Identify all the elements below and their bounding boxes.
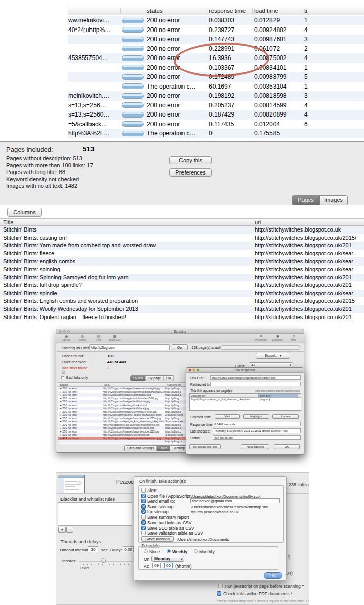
run-js-checkbox[interactable] [218, 584, 223, 588]
window-titlebar[interactable]: Link Inspector [186, 368, 304, 373]
toolbar-button[interactable]: ▦ Export CSV [107, 334, 123, 341]
link-url-field[interactable]: http://p2tog.com/images/spintoknitselect… [210, 375, 301, 380]
column-header-title[interactable]: Title [3, 219, 13, 225]
ftp-sitemap-checkbox[interactable] [141, 509, 146, 514]
validation-csv-checkbox[interactable] [141, 531, 146, 535]
column-header-load-time[interactable]: load time [254, 8, 278, 14]
column-header-response-time[interactable]: response time [209, 8, 246, 14]
timeout-input[interactable]: 30 [88, 546, 98, 552]
threads-slider-track[interactable] [79, 561, 133, 562]
appears-row[interactable]: http://p2tog.com/spin_to_knit_shannon_ok… [190, 398, 301, 401]
column-header-link-text[interactable]: Link text [258, 394, 297, 397]
view-tab[interactable]: By page [146, 376, 164, 381]
table-row[interactable]: The operation c… 60.1697 0.00353104 1 [68, 82, 364, 92]
bad-links-csv-checkbox[interactable] [141, 520, 146, 525]
close-icon[interactable] [189, 369, 191, 371]
threads-slider-thumb[interactable] [101, 558, 106, 563]
table-row[interactable]: Stitchin' Bints: spinning http://stitchy… [0, 266, 364, 274]
save-location-button[interactable]: Save location [141, 536, 174, 542]
redirected-field[interactable] [210, 382, 301, 386]
email-input[interactable] [190, 498, 280, 503]
table-row[interactable]: Stitchin' Bints: Yarn made from combed t… [0, 242, 364, 250]
table-row[interactable]: Stitchin' Bints: fleece http://stitchywi… [0, 250, 364, 258]
close-icon[interactable] [59, 330, 62, 333]
table-row[interactable]: Stitchin' Bints http://stitchywitches.bl… [0, 226, 364, 234]
remove-rule-button[interactable]: − [66, 527, 73, 533]
blacklist-rules-label: Blacklist and whitelist rules [60, 497, 115, 502]
minimize-icon[interactable] [63, 330, 66, 333]
copy-this-button[interactable]: Copy this [169, 156, 212, 164]
table-row[interactable]: Stitchin' Bints: Spinning Samoyed dog fu… [0, 274, 364, 282]
schedule-none-radio[interactable] [144, 549, 148, 553]
table-row[interactable]: Stitchin' Bints: Woolly Wednesday for Se… [0, 305, 364, 313]
locate-button[interactable]: Locate [272, 414, 299, 419]
zoom-icon[interactable] [67, 330, 70, 333]
tab-pages[interactable]: Pages [292, 196, 320, 205]
column-header-url[interactable]: URL [104, 383, 110, 386]
send-email-checkbox[interactable] [141, 499, 146, 503]
column-header-status[interactable]: Status [60, 383, 68, 386]
info-icon[interactable]: i [62, 371, 65, 374]
table-row[interactable]: http%3A%2F… The operation c… 0 0.175585 [68, 129, 364, 138]
column-header-tr[interactable]: tr [304, 8, 308, 14]
table-row[interactable]: s=13;s=2560… 200 no error 0.187429 0.008… [68, 110, 364, 120]
table-row[interactable]: Stitchin' Bints: spindle http://stitchyw… [0, 290, 364, 298]
hour-input[interactable]: 09 [152, 563, 161, 568]
add-rule-button[interactable]: + [58, 527, 66, 533]
next-bad-link-button[interactable]: Next bad link [241, 444, 269, 449]
ok-button[interactable]: OK [274, 444, 300, 449]
view-tab[interactable]: By link [131, 376, 146, 381]
recheck-link-button[interactable]: Re-check this link [189, 444, 221, 449]
table-row[interactable]: Stitchin' Bints: English combs and worst… [0, 297, 364, 305]
toolbar-button[interactable]: ✱ Customise [270, 334, 285, 341]
seo-csv-checkbox[interactable] [141, 526, 146, 530]
table-row[interactable]: ww.melnikovi… 200 no error 0.038303 0.01… [68, 16, 364, 25]
toolbar-button[interactable]: ⊕ Add site [58, 334, 74, 341]
schedule-monthly-radio[interactable] [194, 549, 198, 553]
table-row[interactable]: =5&callback… 200 no error 0.117435 0.012… [68, 120, 364, 129]
alert-checkbox[interactable] [141, 488, 146, 493]
view-tab[interactable]: Fla [164, 376, 174, 381]
highlight-button[interactable]: Highlight [243, 414, 269, 419]
toolbar-button[interactable]: ▤ Print [91, 334, 106, 341]
tab-images[interactable]: Images [320, 196, 347, 205]
window-titlebar[interactable]: Scrutiny [56, 329, 304, 334]
site-thumbnail[interactable] [58, 475, 85, 494]
toolbar-button[interactable]: ≡ Preferences [254, 334, 269, 341]
open-file-checkbox[interactable] [141, 494, 146, 498]
table-row[interactable]: Stitchin' Bints: full drop spindle? http… [0, 281, 364, 290]
table-row[interactable]: melnikovitch.… 200 no error 0.198192 0.0… [68, 91, 364, 101]
preferences-button[interactable]: Preferences [169, 168, 212, 177]
ok-button[interactable]: OK [264, 572, 282, 579]
minimize-icon[interactable] [193, 369, 195, 371]
column-header-url[interactable]: url [255, 219, 261, 225]
load-time-cell: 0.175585 [252, 129, 302, 138]
column-header-status[interactable]: status [147, 8, 163, 14]
pdf-links-checkbox[interactable] [217, 591, 221, 596]
column-header-appears-on[interactable]: Appears on [167, 383, 181, 386]
zoom-icon[interactable] [197, 369, 199, 371]
table-row[interactable]: Stitchin' Bints: casting on! http://stit… [0, 234, 364, 242]
visit-button[interactable]: Visit [215, 414, 240, 419]
table-row[interactable]: Stitchin' Bints: english combs http://st… [0, 257, 364, 266]
column-header-appears-on[interactable]: Appears on [191, 394, 205, 397]
table-row[interactable]: 40*24;uhttp%… 200 no error 0.239727 0.00… [68, 25, 364, 35]
summary-report-checkbox[interactable] [141, 515, 146, 520]
table-row[interactable]: s=13;s=256… 200 no error 0.205237 0.0081… [68, 101, 364, 110]
bad-links-only-checkbox[interactable] [61, 376, 64, 379]
columns-button[interactable]: Columns [7, 208, 42, 217]
starting-url-input[interactable]: http://p2tog.com [89, 344, 170, 350]
toolbar-button[interactable]: ? Help [286, 334, 301, 341]
day-dropdown[interactable]: Monday▾ [151, 556, 184, 562]
section-tab[interactable]: Links [157, 446, 170, 451]
blacklist-rules-list[interactable] [58, 502, 132, 526]
toolbar-button[interactable]: ◎ Inspect [75, 334, 90, 341]
save-sitemap-checkbox[interactable] [141, 504, 146, 509]
table-row[interactable]: Stitchin' Bints: Opulent raglan – fleece… [0, 313, 364, 322]
delay-input[interactable]: 0.00 [123, 546, 134, 552]
export-dropdown-button[interactable]: Export… ▾ [256, 353, 290, 359]
minute-input[interactable]: 00 [164, 563, 173, 568]
go-button[interactable]: Go [172, 344, 188, 350]
section-tab[interactable]: Sites and Settings [125, 446, 157, 451]
schedule-weekly-radio[interactable] [167, 549, 171, 553]
